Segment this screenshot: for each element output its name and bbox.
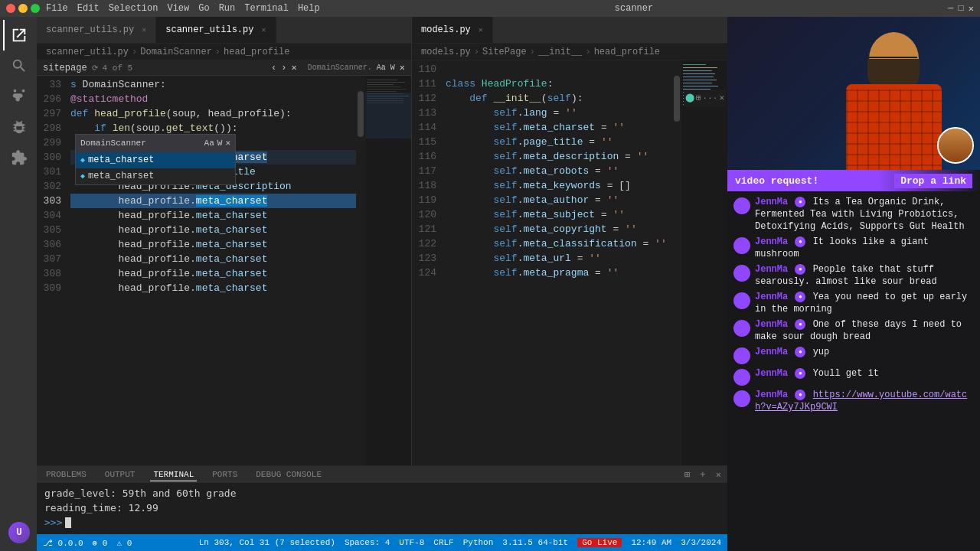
right-minimap [681, 60, 727, 465]
search-replace-icon[interactable]: ⟳ [92, 64, 98, 73]
warnings[interactable]: ⚠ 0 [116, 538, 132, 548]
whole-word-icon[interactable]: W [390, 64, 395, 72]
minimize-button[interactable] [18, 4, 28, 13]
svg-rect-6 [367, 91, 396, 92]
tab-terminal[interactable]: TERMINAL [150, 468, 197, 481]
breadcrumb-file[interactable]: models.py [421, 47, 471, 57]
tab-close-icon[interactable]: ✕ [479, 25, 483, 34]
chat-message-3: JennMa ● Yea you need to get up early in… [733, 291, 974, 315]
go-live[interactable]: Go Live [577, 538, 622, 547]
language[interactable]: Python [463, 538, 494, 547]
ac-option-match-case[interactable]: Aa [204, 136, 214, 151]
ac-item-label: meta_charset [88, 169, 154, 184]
breadcrumb-file[interactable]: scanner_util.py [46, 47, 129, 57]
split-editor-icon[interactable]: ⊞ [696, 91, 701, 106]
avatar-5 [733, 347, 750, 364]
menu-go[interactable]: Go [198, 3, 209, 14]
terminal-content[interactable]: grade_level: 59th and 60th grade reading… [37, 483, 727, 534]
webcam-area [727, 17, 980, 170]
split-terminal-icon[interactable]: ⊞ [684, 470, 690, 481]
menu-terminal[interactable]: Terminal [244, 3, 289, 14]
search-nav-prev[interactable]: ‹ [271, 63, 276, 73]
maximize-icon[interactable]: □ [959, 3, 964, 15]
terminal-panel: PROBLEMS OUTPUT TERMINAL PORTS DEBUG CON… [37, 465, 727, 534]
breadcrumb-method[interactable]: head_profile [224, 47, 289, 57]
close-icon[interactable]: ✕ [969, 3, 974, 15]
explorer-icon[interactable] [3, 20, 34, 51]
left-scrollbar[interactable] [356, 76, 365, 465]
right-breadcrumb: models.py › SitePage › __init__ › head_p… [412, 44, 727, 60]
spaces[interactable]: Spaces: 4 [345, 538, 390, 547]
ac-option-whole-word[interactable]: W [217, 136, 223, 151]
code-line-308: head_profile.meta_charset [70, 266, 356, 281]
add-terminal-icon[interactable]: + [700, 470, 705, 481]
tab-problems[interactable]: PROBLEMS [43, 468, 90, 481]
chat-message-2: JennMa ● People take that stuff searousl… [733, 263, 974, 288]
close-button[interactable] [6, 4, 15, 13]
minimize-icon[interactable]: ─ [948, 3, 953, 15]
maximize-button[interactable] [31, 4, 40, 13]
extensions-icon[interactable] [3, 142, 34, 173]
menu-selection[interactable]: Selection [109, 3, 158, 14]
breadcrumb-class[interactable]: SitePage [482, 47, 527, 57]
right-code-content[interactable]: class HeadProfile: def __init__(self): s… [443, 60, 672, 465]
chat-message-1: JennMa ● It looks like a giant mushroom [733, 236, 974, 260]
breadcrumb-class[interactable]: DomainScanner [140, 47, 212, 57]
errors[interactable]: ⊗ 0 [93, 538, 108, 548]
ln-col[interactable]: Ln 303, Col 31 (7 selected) [199, 538, 335, 547]
search-nav-next[interactable]: › [281, 63, 286, 73]
encoding[interactable]: UTF-8 [399, 538, 424, 547]
tab-models-right[interactable]: models.py ✕ [412, 17, 493, 43]
tab-ports[interactable]: PORTS [209, 468, 240, 481]
chat-text-5: yup [813, 347, 830, 357]
tab-scanner-utils[interactable]: scanner_utils.py ✕ [37, 17, 156, 43]
tab-models-left[interactable]: scanner_utils.py ✕ [156, 17, 276, 43]
breadcrumb-method[interactable]: __init__ [538, 47, 583, 57]
close-panel-icon[interactable]: ✕ [716, 470, 721, 481]
tab-output[interactable]: OUTPUT [102, 468, 139, 481]
more-icon[interactable]: ··· [703, 91, 718, 106]
code-line-296: @staticmethod [70, 92, 356, 106]
search-icon[interactable] [3, 51, 34, 81]
username-4: JennMa [755, 319, 788, 330]
debug-icon[interactable] [3, 112, 34, 142]
search-close[interactable]: ✕ [291, 62, 296, 73]
tab-close-icon[interactable]: ✕ [261, 25, 266, 34]
code-line-306: head_profile.meta_charset [70, 237, 356, 252]
chat-panel: video request! Drop a link JennMa ● Its … [727, 17, 980, 551]
tab-close-icon[interactable]: ✕ [142, 25, 146, 34]
collapse-icon[interactable]: ✕ [719, 91, 724, 106]
search-close-x[interactable]: ✕ [400, 62, 405, 73]
avatar-2 [733, 265, 750, 282]
code-line-r114: self.meta_charset = '' [446, 120, 672, 135]
username-1: JennMa [755, 236, 788, 247]
menu-help[interactable]: Help [298, 3, 320, 14]
menu-view[interactable]: View [167, 3, 189, 14]
ac-item-0[interactable]: ◆ meta_charset [76, 152, 235, 168]
autocomplete-popup[interactable]: DomainScanner Aa W ✕ ◆ meta_char [75, 134, 236, 185]
ac-close[interactable]: ✕ [225, 136, 230, 151]
source-control-icon[interactable] [3, 81, 34, 112]
python-version[interactable]: 3.11.5 64-bit [502, 538, 568, 547]
drop-link-button[interactable]: Drop a link [894, 174, 972, 188]
tab-label: scanner_utils.py [46, 24, 134, 35]
avatar-icon[interactable]: U [3, 517, 34, 548]
menu-run[interactable]: Run [219, 3, 236, 14]
window-controls [6, 4, 40, 13]
match-case-icon[interactable]: Aa [377, 64, 386, 72]
left-code-content[interactable]: s DomainScanner: @staticmethod def head_… [67, 76, 356, 465]
badge-5: ● [795, 347, 805, 357]
editor-area: scanner_utils.py ✕ scanner_utils.py ✕ sc… [37, 17, 727, 551]
menu-file[interactable]: File [46, 3, 68, 14]
shirt-pattern [846, 90, 942, 170]
svg-rect-3 [367, 84, 394, 85]
menu-edit[interactable]: Edit [77, 3, 100, 14]
code-line-r123: self.meta_url = '' [446, 251, 672, 266]
ac-item-1[interactable]: ◆ meta_charset [76, 168, 235, 184]
breadcrumb-var[interactable]: head_profile [594, 47, 660, 57]
git-branch[interactable]: ⎇ 0.0.0 [43, 538, 83, 548]
activity-bar: U [0, 17, 37, 551]
tab-debug-console[interactable]: DEBUG CONSOLE [253, 468, 325, 481]
right-scrollbar[interactable] [672, 60, 681, 465]
eol[interactable]: CRLF [433, 538, 453, 547]
